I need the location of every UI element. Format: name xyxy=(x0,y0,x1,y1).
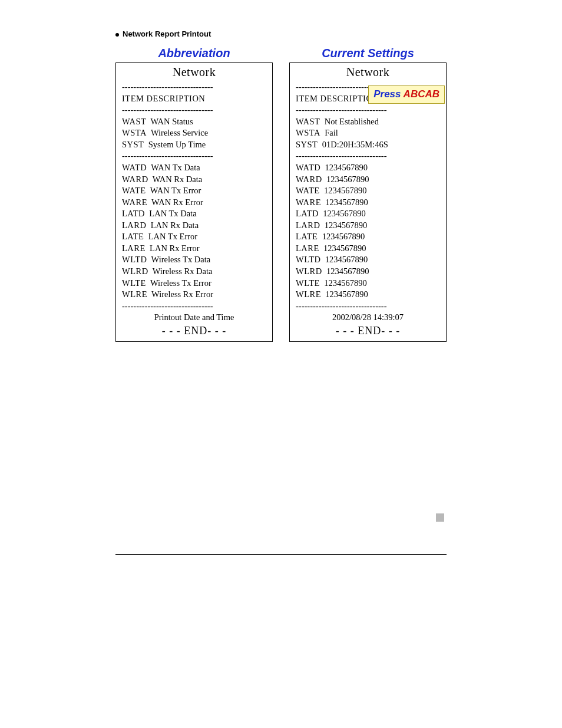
report-row: WAST Not Established xyxy=(296,116,440,128)
report-row: LATE LAN Tx Error xyxy=(122,231,266,243)
row-code: WATD xyxy=(122,163,147,172)
row-value: 1234567890 xyxy=(324,278,367,288)
report-row: WLTE Wireless Tx Error xyxy=(122,278,266,289)
report-row: WLRE 1234567890 xyxy=(296,289,440,301)
row-code: WLTD xyxy=(122,255,147,264)
row-value: 1234567890 xyxy=(325,220,368,230)
footer-right: 2002/08/28 14:39:07 xyxy=(296,312,440,324)
columns: Abbreviation Network -------------------… xyxy=(115,47,447,342)
panel-current-settings: Network --------------------------------… xyxy=(289,62,447,342)
row-code: WAST xyxy=(122,117,146,126)
row-code: WARE xyxy=(122,197,147,207)
row-code: WLTE xyxy=(296,278,320,288)
row-value: Wireless Tx Data xyxy=(151,255,211,264)
report-row: WARD 1234567890 xyxy=(296,174,440,186)
report-row: WATE 1234567890 xyxy=(296,185,440,197)
report-row: WATD 1234567890 xyxy=(296,162,440,174)
report-row: LARE LAN Rx Error xyxy=(122,243,266,255)
row-value: 01D:20H:35M:46S xyxy=(322,140,388,149)
row-value: 1234567890 xyxy=(325,289,368,299)
row-code: LARE xyxy=(122,243,146,253)
row-code: LATE xyxy=(296,232,318,241)
report-row: WARE WAN Rx Error xyxy=(122,197,266,209)
page-rule xyxy=(115,554,447,555)
report-row: LATD LAN Tx Data xyxy=(122,208,266,220)
report-row: SYST 01D:20H:35M:46S xyxy=(296,139,440,151)
col-header-right: Current Settings xyxy=(289,47,447,60)
row-value: 1234567890 xyxy=(326,266,369,276)
row-code: LARE xyxy=(296,243,319,253)
report-row: LATE 1234567890 xyxy=(296,231,440,243)
row-value: WAN Rx Data xyxy=(153,174,203,184)
row-code: WATE xyxy=(122,186,146,195)
row-code: LATD xyxy=(296,209,319,218)
row-value: 1234567890 xyxy=(325,197,368,207)
callout: Press ABCAB xyxy=(368,85,445,104)
row-code: WARE xyxy=(296,197,321,207)
row-code: WSTA xyxy=(122,128,147,137)
row-value: 1234567890 xyxy=(325,163,368,172)
col-abbreviation: Abbreviation Network -------------------… xyxy=(115,47,273,342)
end-left: - - - END- - - xyxy=(122,324,266,338)
row-value: WAN Status xyxy=(150,117,193,126)
bullet-icon xyxy=(115,33,119,37)
col-header-left: Abbreviation xyxy=(115,47,273,60)
dash-line: -------------------------------- xyxy=(296,104,440,116)
report-row: WLRD Wireless Rx Data xyxy=(122,266,266,278)
row-code: WAST xyxy=(296,117,320,126)
report-row: WSTA Fail xyxy=(296,127,440,139)
row-code: LARD xyxy=(296,220,320,230)
row-value: 1234567890 xyxy=(324,186,367,195)
row-code: LATE xyxy=(122,232,144,241)
report-row: WSTA Wireless Service xyxy=(122,127,266,139)
report-row: WARD WAN Rx Data xyxy=(122,174,266,186)
row-value: WAN Tx Error xyxy=(150,186,201,195)
page-marker xyxy=(436,513,444,522)
dash-line: -------------------------------- xyxy=(122,150,266,162)
dash-line: -------------------------------- xyxy=(122,81,266,93)
report-row: WLRE Wireless Rx Error xyxy=(122,289,266,301)
row-code: WLRD xyxy=(296,266,322,276)
report-row: WLRD 1234567890 xyxy=(296,266,440,278)
row-code: SYST xyxy=(122,140,144,149)
row-value: System Up Time xyxy=(148,140,206,149)
row-value: 1234567890 xyxy=(325,255,368,264)
section-title-text: Network Report Printout xyxy=(123,29,211,38)
row-code: WLTD xyxy=(296,255,321,264)
col-current-settings: Current Settings Network ---------------… xyxy=(289,47,447,342)
report-row: LATD 1234567890 xyxy=(296,208,440,220)
report-row: WATE WAN Tx Error xyxy=(122,185,266,197)
row-value: Wireless Rx Error xyxy=(151,289,213,299)
row-value: LAN Tx Error xyxy=(148,232,198,241)
row-code: WATE xyxy=(296,186,320,195)
panel-abbreviation: Network --------------------------------… xyxy=(115,62,273,342)
row-value: WAN Tx Data xyxy=(151,163,200,172)
callout-key: ABCAB xyxy=(404,88,439,100)
row-value: 1234567890 xyxy=(323,243,366,253)
row-code: WARD xyxy=(296,174,322,184)
row-code: LATD xyxy=(122,209,145,218)
dash-line: -------------------------------- xyxy=(122,301,266,312)
report-row: WATD WAN Tx Data xyxy=(122,162,266,174)
panel-title-left: Network xyxy=(122,64,266,80)
row-value: LAN Rx Data xyxy=(151,220,199,230)
row-value: Wireless Service xyxy=(151,128,208,137)
report-row: WARE 1234567890 xyxy=(296,197,440,209)
report-row: SYST System Up Time xyxy=(122,139,266,151)
item-header-left: ITEM DESCRIPTION xyxy=(122,93,266,105)
footer-left: Printout Date and Time xyxy=(122,312,266,324)
row-value: Wireless Rx Data xyxy=(153,266,213,276)
report-row: WLTD Wireless Tx Data xyxy=(122,254,266,266)
report-row: WLTD 1234567890 xyxy=(296,254,440,266)
dash-line: -------------------------------- xyxy=(122,104,266,116)
row-value: LAN Tx Data xyxy=(149,209,196,218)
row-code: WATD xyxy=(296,163,320,172)
report-row: WLTE 1234567890 xyxy=(296,278,440,289)
row-value: 1234567890 xyxy=(326,174,369,184)
panel-title-right: Network xyxy=(296,64,440,80)
row-code: WLRE xyxy=(296,289,321,299)
section-title: Network Report Printout xyxy=(115,29,447,38)
row-value: 1234567890 xyxy=(323,209,366,218)
row-code: SYST xyxy=(296,140,318,149)
row-code: WLRE xyxy=(122,289,147,299)
